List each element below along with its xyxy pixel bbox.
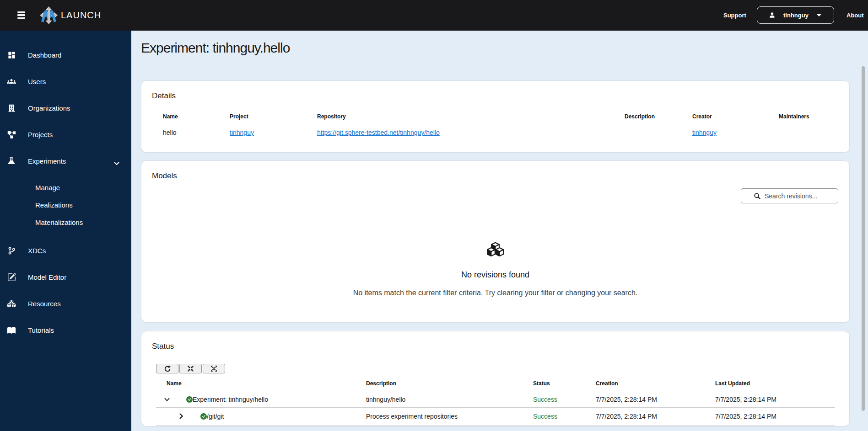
projects-icon xyxy=(7,130,16,139)
details-card-title: Details xyxy=(152,91,839,101)
project-link[interactable]: tinhnguy xyxy=(230,129,254,136)
status-table-header: Name Description Status Creation Last Up… xyxy=(156,379,835,387)
details-header-creator: Creator xyxy=(692,113,779,120)
sidebar-item-dashboard[interactable]: Dashboard xyxy=(0,42,131,68)
sidebar-subitem-label: Manage xyxy=(35,184,60,192)
status-header-creation: Creation xyxy=(596,380,715,387)
sidebar-item-organizations[interactable]: Organizations xyxy=(0,95,131,121)
status-header-status: Status xyxy=(533,380,596,387)
sidebar-item-experiments[interactable]: Experiments xyxy=(0,148,131,174)
boxes-icon xyxy=(152,242,839,256)
sidebar-item-resources[interactable]: Resources xyxy=(0,290,131,317)
hamburger-bar xyxy=(17,11,25,13)
launch-logo-move-icon xyxy=(39,6,58,25)
collapse-icon xyxy=(187,365,194,372)
empty-state-title: No revisions found xyxy=(152,269,839,280)
person-icon xyxy=(769,11,776,19)
sidebar-item-projects[interactable]: Projects xyxy=(0,121,131,148)
refresh-button[interactable] xyxy=(156,364,178,373)
status-header-last-updated: Last Updated xyxy=(715,380,835,387)
user-menu-button[interactable]: tinhnguy xyxy=(757,6,834,24)
sidebar-item-xdcs[interactable]: XDCs xyxy=(0,237,131,264)
status-row-description: tinhnguy/hello xyxy=(366,396,533,403)
users-icon xyxy=(7,77,16,86)
brand-text: LAUNCH xyxy=(61,0,101,31)
details-header-name: Name xyxy=(152,113,230,120)
sidebar-item-users[interactable]: Users xyxy=(0,68,131,95)
models-card-title: Models xyxy=(152,171,839,181)
expand-icon xyxy=(210,365,217,372)
edit-square-icon xyxy=(7,272,16,282)
chevron-up-icon xyxy=(114,159,119,167)
caret-down-icon xyxy=(817,14,821,16)
status-row-creation: 7/7/2025, 2:28:14 PM xyxy=(596,413,715,420)
sidebar-item-label: XDCs xyxy=(28,247,46,255)
status-row-name: Experiment: tinhnguy/hello xyxy=(193,396,268,403)
success-check-icon xyxy=(186,396,193,403)
topbar: LAUNCH Support tinhnguy About xyxy=(0,0,868,31)
models-card: Models xyxy=(141,160,850,323)
status-badge: Success xyxy=(533,396,596,403)
details-value-maintainers xyxy=(779,128,839,137)
status-row-git: /git/git Process experiment repositories… xyxy=(156,408,835,426)
sidebar-item-label: Tutorials xyxy=(28,326,54,334)
details-card: Details Name Project Repository Descript… xyxy=(141,80,850,153)
sidebar-item-label: Model Editor xyxy=(28,273,66,281)
experiments-flask-icon xyxy=(7,156,16,165)
hamburger-bar xyxy=(17,17,25,19)
status-header-description: Description xyxy=(366,380,533,387)
dashboard-icon xyxy=(7,50,16,59)
status-row-experiment: Experiment: tinhnguy/hello tinhnguy/hell… xyxy=(156,387,835,408)
status-badge: Success xyxy=(533,413,596,420)
status-table: Name Description Status Creation Last Up… xyxy=(156,379,835,426)
git-branch-icon xyxy=(7,246,16,255)
details-table-header: Name Project Repository Description Crea… xyxy=(152,113,839,120)
sidebar-item-label: Users xyxy=(28,78,46,85)
sidebar-item-label: Projects xyxy=(28,131,53,138)
sidebar-subitem-label: Realizations xyxy=(35,201,73,209)
book-icon xyxy=(7,325,16,335)
repository-link[interactable]: https://git.sphere-testbed.net/tinhnguy/… xyxy=(317,129,440,136)
sidebar-subitem-manage[interactable]: Manage xyxy=(0,179,131,196)
sidebar-item-tutorials[interactable]: Tutorials xyxy=(0,317,131,343)
experiments-submenu: Manage Realizations Materializations xyxy=(0,179,131,231)
status-row-last-updated: 7/7/2025, 2:28:14 PM xyxy=(715,396,835,403)
status-row-name: /git/git xyxy=(207,413,224,420)
collapse-all-button[interactable] xyxy=(179,364,202,373)
details-header-repository: Repository xyxy=(317,113,625,120)
details-header-description: Description xyxy=(625,113,692,120)
sidebar-subitem-realizations[interactable]: Realizations xyxy=(0,196,131,213)
main-content: Experiment: tinhnguy.hello Details Name … xyxy=(131,31,868,431)
status-row-description: Process experiment repositories xyxy=(366,413,533,420)
success-check-icon xyxy=(200,413,207,420)
support-link[interactable]: Support xyxy=(723,0,746,31)
refresh-icon xyxy=(164,365,171,372)
sidebar-item-label: Experiments xyxy=(28,157,66,165)
cubes-icon xyxy=(7,299,16,308)
details-table-row: hello tinhnguy https://git.sphere-testbe… xyxy=(152,128,839,137)
creator-link[interactable]: tinhnguy xyxy=(692,129,717,136)
vertical-scrollbar-thumb[interactable] xyxy=(862,66,865,411)
sidebar-item-model-editor[interactable]: Model Editor xyxy=(0,264,131,290)
status-header-name: Name xyxy=(156,380,366,387)
menu-hamburger-button[interactable] xyxy=(17,11,25,19)
organization-icon xyxy=(7,103,16,112)
status-card-title: Status xyxy=(152,342,839,351)
details-value-name: hello xyxy=(152,128,230,137)
chevron-right-icon[interactable] xyxy=(178,413,184,419)
sidebar-subitem-materializations[interactable]: Materializations xyxy=(0,213,131,231)
details-header-project: Project xyxy=(230,113,317,120)
sidebar-item-label: Dashboard xyxy=(28,51,61,59)
status-card: Status xyxy=(141,331,850,426)
hamburger-bar xyxy=(17,14,25,16)
chevron-down-icon[interactable] xyxy=(164,398,170,402)
search-revisions-input[interactable] xyxy=(741,189,838,203)
status-row-last-updated: 7/7/2025, 2:28:14 PM xyxy=(715,413,835,420)
empty-state-message: No items match the current filter criter… xyxy=(152,288,839,298)
details-value-description xyxy=(625,128,692,137)
status-row-creation: 7/7/2025, 2:28:14 PM xyxy=(596,396,715,403)
expand-all-button[interactable] xyxy=(203,364,225,373)
about-link[interactable]: About xyxy=(846,0,864,31)
details-header-maintainers: Maintainers xyxy=(779,113,839,120)
sidebar-item-label: Resources xyxy=(28,300,61,308)
